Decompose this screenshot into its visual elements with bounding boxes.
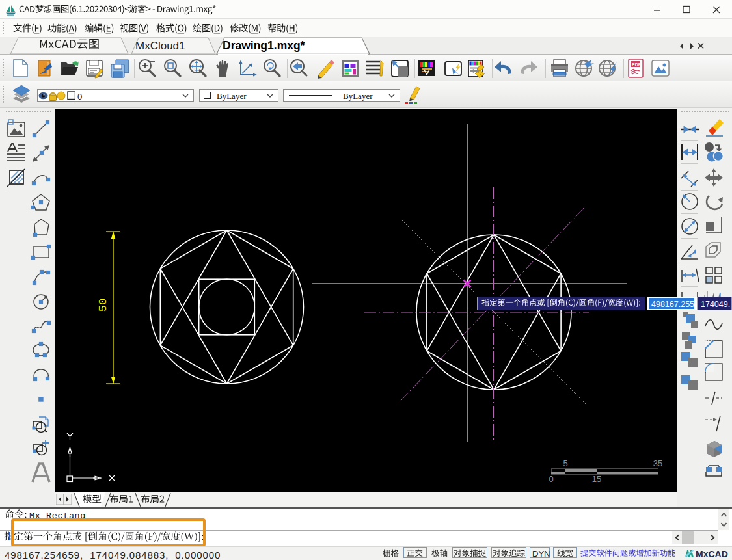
svg-text:35: 35 [653, 459, 662, 468]
svg-text:0: 0 [549, 474, 553, 484]
svg-text:PDF: PDF [632, 62, 642, 67]
svg-text:15: 15 [592, 474, 601, 484]
svg-text:50: 50 [97, 299, 109, 312]
svg-text:5: 5 [563, 459, 567, 468]
